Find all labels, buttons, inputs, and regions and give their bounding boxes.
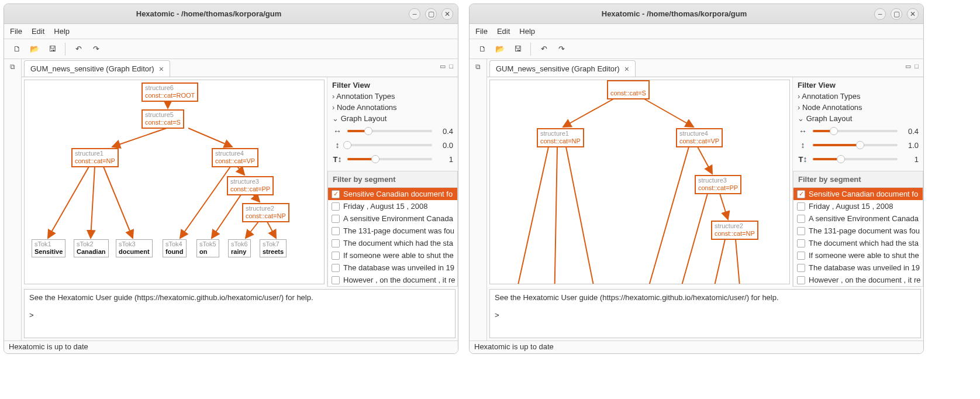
graph-node[interactable]: structure2 const::cat=NP [711,221,758,240]
minimize-icon[interactable]: – [874,8,886,20]
save-icon[interactable]: 🖫 [510,42,524,56]
checkbox-icon[interactable] [797,202,805,211]
graph-node[interactable]: structure2 const::cat=NP [242,203,289,222]
slider-vertical-compaction[interactable]: ↕ 1.0 [793,138,923,152]
graph-node[interactable]: structure4 const::cat=VP [212,148,258,167]
segment-item[interactable]: ✓Sensitive Canadian document fo [793,188,923,200]
checkbox-icon[interactable] [797,252,805,260]
graph-node[interactable]: structure3 const::cat=PP [227,176,274,195]
graph-panel-compact[interactable]: structure6 const::cat=ROOT structure5 co… [24,80,325,284]
close-icon[interactable]: ✕ [441,8,453,20]
maximize-icon[interactable]: ▢ [891,8,902,20]
redo-icon[interactable]: ↷ [89,42,103,56]
segment-item[interactable]: The database was unveiled in 19 [328,262,457,274]
menu-file[interactable]: File [475,27,488,36]
console[interactable]: See the Hexatomic User guide (https://he… [24,289,456,338]
segment-item[interactable]: However , on the document , it re [328,274,457,286]
graph-node[interactable]: structure5 const::cat=S [142,109,184,129]
checkbox-icon[interactable] [332,264,340,272]
filter-graph-layout[interactable]: Graph Layout [327,113,458,124]
segment-item[interactable]: However , on the document , it re [793,274,923,286]
maximize-view-icon[interactable]: □ [915,63,919,70]
restore-view-icon[interactable]: ⧉ [475,63,481,71]
titlebar[interactable]: Hexatomic - /home/thomas/korpora/gum – ▢… [4,4,458,24]
checkbox-icon[interactable] [332,252,340,260]
checkbox-icon[interactable] [797,239,805,247]
slider-horizontal-compaction[interactable]: ↔ 0.4 [793,124,923,138]
segment-item[interactable]: The document which had the sta [328,237,457,249]
filter-graph-layout[interactable]: Graph Layout [793,113,923,124]
menu-edit[interactable]: Edit [32,27,44,36]
menu-file[interactable]: File [10,27,22,36]
segment-item[interactable]: The database was unveiled in 19 [793,262,923,274]
slider-horizontal-compaction[interactable]: ↔ 0.4 [327,124,458,138]
graph-token[interactable]: sTok4 found [163,239,187,257]
checkbox-icon[interactable] [797,227,805,235]
open-icon[interactable]: 📂 [493,42,507,56]
minimize-icon[interactable]: – [409,8,420,20]
slider-text-size[interactable]: T↕ 1 [327,152,458,166]
graph-node[interactable]: structure5 const::cat=S [607,80,650,99]
open-icon[interactable]: 📂 [27,42,42,56]
maximize-view-icon[interactable]: □ [449,63,453,70]
slider-text-size[interactable]: T↕ 1 [793,152,923,166]
filter-node-annotations[interactable]: Node Annotations [793,102,923,113]
graph-node[interactable]: structure6 const::cat=ROOT [142,82,198,102]
graph-node[interactable]: structure4 const::cat=VP [676,128,723,147]
segment-item[interactable]: The 131-page document was fou [328,225,457,237]
restore-view-icon[interactable]: ⧉ [10,63,15,71]
menu-help[interactable]: Help [54,27,70,36]
segment-item[interactable]: The 131-page document was fou [793,225,923,237]
menu-help[interactable]: Help [519,27,535,36]
checkbox-icon[interactable] [332,227,340,235]
redo-icon[interactable]: ↷ [554,42,568,56]
tab-graph-editor[interactable]: GUM_news_sensitive (Graph Editor) × [24,60,170,77]
checkbox-icon[interactable] [332,202,340,211]
graph-node[interactable]: structure1 const::cat=NP [71,148,119,167]
minimize-view-icon[interactable]: ▭ [905,63,911,70]
filter-annotation-types[interactable]: Annotation Types [327,91,458,102]
filter-annotation-types[interactable]: Annotation Types [793,91,923,102]
segment-item[interactable]: If someone were able to shut the [328,249,457,262]
console[interactable]: See the Hexatomic User guide (https://he… [489,289,921,338]
undo-icon[interactable]: ↶ [537,42,551,56]
segment-item[interactable]: The document which had the sta [793,237,923,249]
checkbox-icon[interactable] [797,215,805,223]
save-icon[interactable]: 🖫 [45,42,59,56]
slider-vertical-compaction[interactable]: ↕ 0.0 [327,138,458,152]
segment-item[interactable]: A sensitive Environment Canada [328,212,457,225]
tab-graph-editor[interactable]: GUM_news_sensitive (Graph Editor) × [489,60,636,77]
menu-edit[interactable]: Edit [497,27,510,36]
segment-item[interactable]: Friday , August 15 , 2008 [328,200,457,212]
checkbox-icon[interactable] [332,239,340,247]
checkbox-icon[interactable] [332,276,340,284]
undo-icon[interactable]: ↶ [71,42,85,56]
graph-token[interactable]: sTok3 document [116,239,153,257]
graph-node[interactable]: structure3 const::cat=PP [695,175,741,194]
new-icon[interactable]: 🗋 [10,42,24,56]
graph-token[interactable]: sTok7 streets [260,239,287,257]
graph-node[interactable]: structure1 const::cat=NP [537,128,584,147]
graph-token[interactable]: sTok1 Sensitive [32,239,65,257]
close-icon[interactable]: ✕ [907,8,919,20]
graph-token[interactable]: sTok5 on [196,239,219,257]
maximize-icon[interactable]: ▢ [425,8,437,20]
segment-item[interactable]: A sensitive Environment Canada [793,212,923,225]
checkbox-icon[interactable] [797,276,805,284]
new-icon[interactable]: 🗋 [475,42,489,56]
graph-token[interactable]: sTok2 Canadian [74,239,109,257]
tab-close-icon[interactable]: × [159,64,164,74]
segment-item[interactable]: ✓Sensitive Canadian document fo [328,188,457,200]
checkbox-icon[interactable]: ✓ [332,190,340,198]
filter-node-annotations[interactable]: Node Annotations [327,102,458,113]
titlebar[interactable]: Hexatomic - /home/thomas/korpora/gum – ▢… [470,4,923,24]
graph-panel-expanded[interactable]: structure5 const::cat=S structure1 const… [489,80,790,284]
minimize-view-icon[interactable]: ▭ [440,63,446,70]
graph-token[interactable]: sTok6 rainy [228,239,251,257]
checkbox-icon[interactable]: ✓ [797,190,805,198]
checkbox-icon[interactable] [797,264,805,272]
tab-close-icon[interactable]: × [624,64,629,74]
checkbox-icon[interactable] [332,215,340,223]
segment-item[interactable]: If someone were able to shut the [793,249,923,262]
segment-item[interactable]: Friday , August 15 , 2008 [793,200,923,212]
